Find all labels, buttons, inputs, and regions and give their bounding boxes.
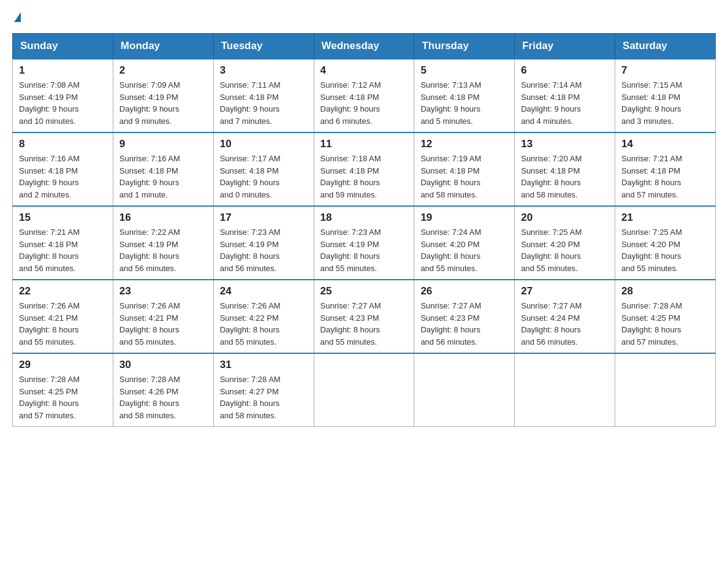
day-number: 11: [320, 138, 408, 150]
day-cell: 6 Sunrise: 7:14 AM Sunset: 4:18 PM Dayli…: [515, 59, 615, 132]
day-cell: 28 Sunrise: 7:28 AM Sunset: 4:25 PM Dayl…: [615, 280, 716, 353]
day-number: 15: [19, 212, 107, 224]
day-cell: 2 Sunrise: 7:09 AM Sunset: 4:19 PM Dayli…: [113, 59, 213, 132]
header-wednesday: Wednesday: [314, 34, 414, 59]
day-number: 23: [119, 285, 207, 297]
header-sunday: Sunday: [13, 34, 113, 59]
day-number: 27: [521, 285, 609, 297]
day-number: 5: [420, 64, 508, 77]
day-cell: 16 Sunrise: 7:22 AM Sunset: 4:19 PM Dayl…: [113, 206, 213, 280]
day-number: 14: [621, 138, 709, 150]
header-thursday: Thursday: [414, 34, 515, 59]
day-cell: 11 Sunrise: 7:18 AM Sunset: 4:18 PM Dayl…: [314, 132, 414, 206]
week-row-1: 1 Sunrise: 7:08 AM Sunset: 4:19 PM Dayli…: [13, 59, 716, 132]
day-cell: 8 Sunrise: 7:16 AM Sunset: 4:18 PM Dayli…: [13, 132, 113, 206]
day-info: Sunrise: 7:23 AM Sunset: 4:19 PM Dayligh…: [220, 226, 308, 274]
week-row-5: 29 Sunrise: 7:28 AM Sunset: 4:25 PM Dayl…: [13, 353, 716, 427]
day-cell: 25 Sunrise: 7:27 AM Sunset: 4:23 PM Dayl…: [314, 280, 414, 353]
week-row-3: 15 Sunrise: 7:21 AM Sunset: 4:18 PM Dayl…: [13, 206, 716, 280]
day-cell: 22 Sunrise: 7:26 AM Sunset: 4:21 PM Dayl…: [13, 280, 113, 353]
day-info: Sunrise: 7:15 AM Sunset: 4:18 PM Dayligh…: [621, 79, 709, 127]
day-cell: [515, 353, 615, 427]
day-cell: 7 Sunrise: 7:15 AM Sunset: 4:18 PM Dayli…: [615, 59, 716, 132]
day-info: Sunrise: 7:28 AM Sunset: 4:25 PM Dayligh…: [621, 300, 709, 348]
day-cell: 5 Sunrise: 7:13 AM Sunset: 4:18 PM Dayli…: [414, 59, 515, 132]
day-info: Sunrise: 7:19 AM Sunset: 4:18 PM Dayligh…: [420, 153, 508, 201]
day-info: Sunrise: 7:27 AM Sunset: 4:23 PM Dayligh…: [320, 300, 408, 348]
day-cell: 9 Sunrise: 7:16 AM Sunset: 4:18 PM Dayli…: [113, 132, 213, 206]
day-info: Sunrise: 7:21 AM Sunset: 4:18 PM Dayligh…: [621, 153, 709, 201]
day-number: 6: [521, 64, 609, 77]
day-number: 7: [621, 64, 709, 77]
day-number: 10: [220, 138, 308, 150]
day-info: Sunrise: 7:21 AM Sunset: 4:18 PM Dayligh…: [19, 226, 107, 274]
day-info: Sunrise: 7:27 AM Sunset: 4:24 PM Dayligh…: [521, 300, 609, 348]
day-info: Sunrise: 7:13 AM Sunset: 4:18 PM Dayligh…: [420, 79, 508, 127]
day-info: Sunrise: 7:26 AM Sunset: 4:21 PM Dayligh…: [19, 300, 107, 348]
day-number: 2: [119, 64, 207, 77]
day-info: Sunrise: 7:16 AM Sunset: 4:18 PM Dayligh…: [119, 153, 207, 201]
day-cell: 20 Sunrise: 7:25 AM Sunset: 4:20 PM Dayl…: [515, 206, 615, 280]
day-cell: [414, 353, 515, 427]
page-header: [12, 12, 716, 21]
day-cell: 27 Sunrise: 7:27 AM Sunset: 4:24 PM Dayl…: [515, 280, 615, 353]
day-number: 26: [420, 285, 508, 297]
day-number: 28: [621, 285, 709, 297]
day-cell: 24 Sunrise: 7:26 AM Sunset: 4:22 PM Dayl…: [213, 280, 314, 353]
header-tuesday: Tuesday: [213, 34, 314, 59]
day-number: 30: [119, 359, 207, 371]
day-number: 21: [621, 212, 709, 224]
day-number: 18: [320, 212, 408, 224]
day-info: Sunrise: 7:12 AM Sunset: 4:18 PM Dayligh…: [320, 79, 408, 127]
day-info: Sunrise: 7:25 AM Sunset: 4:20 PM Dayligh…: [621, 226, 709, 274]
day-number: 19: [420, 212, 508, 224]
day-info: Sunrise: 7:28 AM Sunset: 4:27 PM Dayligh…: [220, 373, 308, 421]
day-cell: [314, 353, 414, 427]
day-cell: [615, 353, 716, 427]
day-cell: 19 Sunrise: 7:24 AM Sunset: 4:20 PM Dayl…: [414, 206, 515, 280]
day-info: Sunrise: 7:26 AM Sunset: 4:21 PM Dayligh…: [119, 300, 207, 348]
day-info: Sunrise: 7:27 AM Sunset: 4:23 PM Dayligh…: [420, 300, 508, 348]
day-cell: 31 Sunrise: 7:28 AM Sunset: 4:27 PM Dayl…: [213, 353, 314, 427]
day-cell: 3 Sunrise: 7:11 AM Sunset: 4:18 PM Dayli…: [213, 59, 314, 132]
day-info: Sunrise: 7:09 AM Sunset: 4:19 PM Dayligh…: [119, 79, 207, 127]
day-cell: 4 Sunrise: 7:12 AM Sunset: 4:18 PM Dayli…: [314, 59, 414, 132]
day-cell: 30 Sunrise: 7:28 AM Sunset: 4:26 PM Dayl…: [113, 353, 213, 427]
day-cell: 12 Sunrise: 7:19 AM Sunset: 4:18 PM Dayl…: [414, 132, 515, 206]
day-cell: 15 Sunrise: 7:21 AM Sunset: 4:18 PM Dayl…: [13, 206, 113, 280]
day-number: 24: [220, 285, 308, 297]
day-number: 1: [19, 64, 107, 77]
day-info: Sunrise: 7:28 AM Sunset: 4:26 PM Dayligh…: [119, 373, 207, 421]
week-row-4: 22 Sunrise: 7:26 AM Sunset: 4:21 PM Dayl…: [13, 280, 716, 353]
day-cell: 10 Sunrise: 7:17 AM Sunset: 4:18 PM Dayl…: [213, 132, 314, 206]
logo: [12, 12, 21, 21]
day-cell: 14 Sunrise: 7:21 AM Sunset: 4:18 PM Dayl…: [615, 132, 716, 206]
day-info: Sunrise: 7:25 AM Sunset: 4:20 PM Dayligh…: [521, 226, 609, 274]
day-number: 16: [119, 212, 207, 224]
day-number: 22: [19, 285, 107, 297]
day-number: 25: [320, 285, 408, 297]
day-info: Sunrise: 7:11 AM Sunset: 4:18 PM Dayligh…: [220, 79, 308, 127]
day-cell: 18 Sunrise: 7:23 AM Sunset: 4:19 PM Dayl…: [314, 206, 414, 280]
day-cell: 21 Sunrise: 7:25 AM Sunset: 4:20 PM Dayl…: [615, 206, 716, 280]
logo-top-line: [12, 12, 21, 21]
day-info: Sunrise: 7:14 AM Sunset: 4:18 PM Dayligh…: [521, 79, 609, 127]
header-friday: Friday: [515, 34, 615, 59]
day-info: Sunrise: 7:16 AM Sunset: 4:18 PM Dayligh…: [19, 153, 107, 201]
day-number: 13: [521, 138, 609, 150]
calendar-header-row: SundayMondayTuesdayWednesdayThursdayFrid…: [13, 34, 716, 59]
header-saturday: Saturday: [615, 34, 716, 59]
day-number: 20: [521, 212, 609, 224]
day-info: Sunrise: 7:28 AM Sunset: 4:25 PM Dayligh…: [19, 373, 107, 421]
day-number: 12: [420, 138, 508, 150]
day-cell: 17 Sunrise: 7:23 AM Sunset: 4:19 PM Dayl…: [213, 206, 314, 280]
day-number: 4: [320, 64, 408, 77]
day-cell: 13 Sunrise: 7:20 AM Sunset: 4:18 PM Dayl…: [515, 132, 615, 206]
day-info: Sunrise: 7:24 AM Sunset: 4:20 PM Dayligh…: [420, 226, 508, 274]
header-monday: Monday: [113, 34, 213, 59]
calendar-table: SundayMondayTuesdayWednesdayThursdayFrid…: [12, 33, 716, 427]
day-cell: 23 Sunrise: 7:26 AM Sunset: 4:21 PM Dayl…: [113, 280, 213, 353]
day-number: 29: [19, 359, 107, 371]
day-number: 3: [220, 64, 308, 77]
day-info: Sunrise: 7:22 AM Sunset: 4:19 PM Dayligh…: [119, 226, 207, 274]
